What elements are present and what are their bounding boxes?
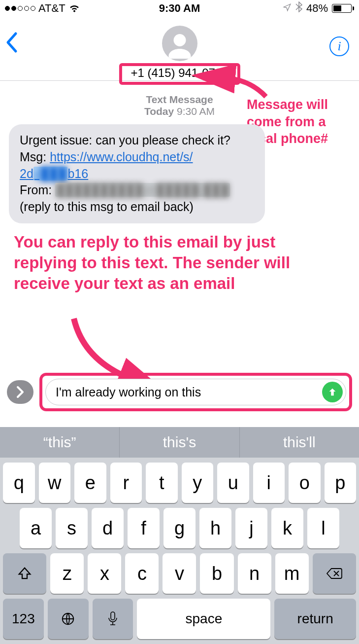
key-r[interactable]: r [110, 463, 142, 503]
suggestion-1[interactable]: “this” [0, 427, 119, 458]
incoming-message-bubble[interactable]: Urgent issue: can you please check it? M… [9, 124, 265, 223]
key-n[interactable]: n [238, 553, 271, 594]
info-button[interactable]: i [329, 36, 349, 56]
keyboard-row-3: z x c v b n m [0, 548, 359, 594]
msg-from-redacted: ██████████@█████.███ [55, 183, 230, 197]
timestamp-time: 9:30 AM [177, 106, 215, 117]
key-l[interactable]: l [307, 508, 339, 548]
compose-input[interactable]: I'm already working on this [56, 385, 322, 399]
chevron-right-icon [16, 386, 25, 398]
arrow-up-icon [327, 387, 338, 397]
expand-apps-button[interactable] [7, 380, 33, 404]
key-a[interactable]: a [20, 508, 52, 548]
keyboard-row-2: a s d f g h j k l [0, 503, 359, 548]
key-space[interactable]: space [137, 599, 270, 639]
key-p[interactable]: p [325, 463, 357, 503]
key-g[interactable]: g [163, 508, 196, 548]
msg-from-suffix: (reply to this msg to email back) [20, 200, 194, 214]
bluetooth-icon [295, 1, 302, 15]
wifi-icon [68, 4, 80, 13]
key-d[interactable]: d [92, 508, 124, 548]
keyboard: “this” this's this'll q w e r t y u i o … [0, 427, 359, 644]
key-e[interactable]: e [74, 463, 106, 503]
key-shift[interactable] [3, 553, 46, 594]
back-button[interactable] [5, 32, 18, 58]
annotation-reply-explainer: You can reply to this email by just repl… [14, 232, 334, 294]
carrier-label: AT&T [38, 2, 65, 15]
key-j[interactable]: j [235, 508, 267, 548]
key-i[interactable]: i [253, 463, 285, 503]
msg-link-part-b3: b16 [67, 167, 88, 180]
key-h[interactable]: h [199, 508, 231, 548]
shift-icon [17, 566, 32, 581]
msg-line2-prefix: Msg: [20, 150, 50, 164]
msg-link-part-b1: 2d [20, 167, 33, 180]
mic-icon [107, 611, 118, 627]
nav-header: +1 (415) 941-0767 i [0, 17, 359, 81]
timestamp-today: Today [144, 106, 174, 117]
key-m[interactable]: m [275, 553, 309, 594]
keyboard-row-4: 123 space return [0, 594, 359, 644]
key-numbers[interactable]: 123 [3, 599, 44, 639]
key-dictation[interactable] [93, 599, 133, 639]
key-z[interactable]: z [50, 553, 84, 594]
msg-from-prefix: From: [20, 183, 55, 197]
key-x[interactable]: x [88, 553, 121, 594]
backspace-icon [326, 567, 343, 580]
key-t[interactable]: t [146, 463, 178, 503]
suggestion-2[interactable]: this's [119, 427, 239, 458]
compose-bar: I'm already working on this [0, 373, 359, 416]
status-time: 9:30 AM [159, 2, 200, 15]
key-v[interactable]: v [163, 553, 196, 594]
keyboard-row-1: q w e r t y u i o p [0, 458, 359, 503]
key-w[interactable]: w [39, 463, 71, 503]
location-icon [283, 2, 292, 15]
key-o[interactable]: o [289, 463, 321, 503]
suggestion-bar: “this” this's this'll [0, 427, 359, 458]
status-bar: AT&T 9:30 AM 48% [0, 0, 359, 17]
person-icon [165, 32, 195, 61]
battery-icon [332, 4, 354, 13]
key-y[interactable]: y [182, 463, 214, 503]
svg-rect-1 [111, 612, 115, 620]
key-s[interactable]: s [56, 508, 88, 548]
battery-fill [333, 5, 341, 11]
msg-link-part-a: https://www.cloudhq.net/s/ [50, 150, 193, 164]
globe-icon [61, 611, 75, 626]
key-backspace[interactable] [313, 553, 356, 594]
signal-dots-icon [5, 6, 35, 11]
msg-link-redacted: c███ [33, 167, 68, 180]
key-globe[interactable] [48, 599, 89, 639]
key-b[interactable]: b [200, 553, 233, 594]
battery-percent: 48% [306, 2, 328, 15]
contact-avatar[interactable] [162, 26, 197, 61]
annotation-highlight-box: I'm already working on this [39, 373, 352, 411]
status-right: 48% [283, 1, 354, 15]
key-f[interactable]: f [128, 508, 160, 548]
key-u[interactable]: u [217, 463, 249, 503]
msg-line1: Urgent issue: can you please check it? [20, 133, 230, 147]
key-q[interactable]: q [3, 463, 35, 503]
status-left: AT&T [5, 2, 80, 15]
suggestion-3[interactable]: this'll [239, 427, 359, 458]
compose-field[interactable]: I'm already working on this [45, 379, 346, 405]
key-return[interactable]: return [274, 599, 356, 639]
send-button[interactable] [322, 382, 343, 402]
key-k[interactable]: k [271, 508, 303, 548]
key-c[interactable]: c [125, 553, 159, 594]
